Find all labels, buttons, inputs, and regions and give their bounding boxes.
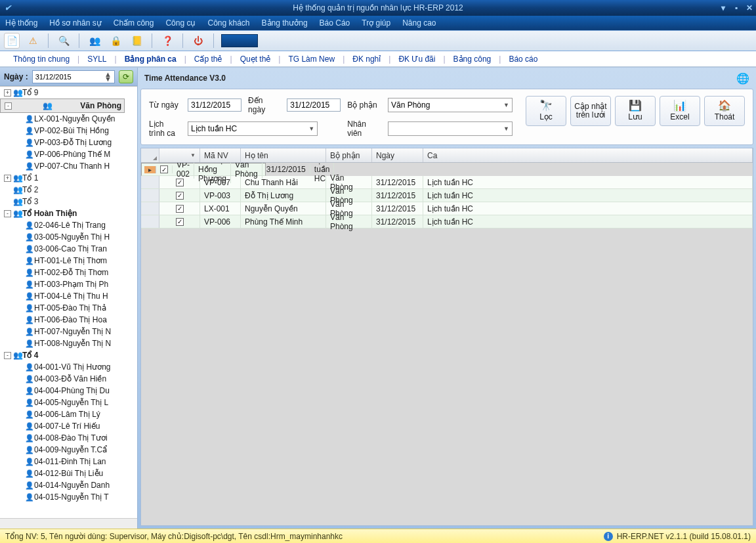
update-grid-button[interactable]: Cập nhậttrên lưới (570, 96, 611, 126)
date-input[interactable]: 31/12/2015 ▲▼ (32, 70, 115, 83)
tree-group[interactable]: +👥Tổ 1 (0, 172, 137, 184)
row-checkbox[interactable]: ✓ (176, 179, 184, 186)
menu-bảng-thưởng[interactable]: Bảng thưởng (262, 18, 308, 28)
table-row[interactable]: ✓VP-003Đỗ Thị LươngVăn Phòng31/12/2015Lị… (141, 189, 753, 202)
menu-công-cụ[interactable]: Công cụ (165, 18, 196, 28)
menu-chấm-công[interactable]: Chấm công (114, 18, 154, 28)
power-icon[interactable]: ⏻ (190, 33, 206, 49)
schedule-select[interactable]: Lịch tuần HC▼ (188, 121, 318, 136)
tree-group[interactable]: -👥Văn Phòng (0, 98, 125, 113)
tree-group[interactable]: -👥Tổ Hoàn Thiện (0, 207, 137, 219)
search-doc-icon[interactable]: 🔍 (56, 33, 72, 49)
data-grid[interactable]: ▼Mã NVHọ tênBộ phậnNgàyCa ✓VP-002Bùi Thị… (140, 148, 753, 526)
book-icon[interactable]: 📒 (129, 33, 144, 49)
tree-person[interactable]: 👤04-015-Nguyễn Thị T (0, 491, 137, 503)
menu-nâng-cao[interactable]: Nâng cao (402, 18, 436, 28)
col-header-3[interactable]: Họ tên (241, 148, 326, 162)
help-icon[interactable]: ❓ (159, 33, 175, 49)
tree-person[interactable]: 👤HT-004-Lê Thị Thu H (0, 290, 137, 302)
tab-6[interactable]: ĐK nghỉ (346, 52, 387, 66)
tree-group[interactable]: -👥Tổ 4 (0, 349, 137, 361)
menu-công-khách[interactable]: Công khách (207, 18, 249, 28)
users-icon[interactable]: 👥 (87, 33, 102, 49)
tab-8[interactable]: Bảng công (447, 52, 498, 66)
tab-0[interactable]: Thông tin chung (7, 52, 76, 66)
to-date-input[interactable]: 31/12/2015 (287, 98, 341, 112)
row-checkbox[interactable]: ✓ (176, 205, 184, 213)
col-header-1[interactable]: ▼ (159, 148, 200, 162)
row-checkbox[interactable]: ✓ (176, 218, 184, 226)
lock-icon[interactable]: 🔒 (108, 33, 123, 49)
spinner-icon[interactable]: ▲▼ (104, 72, 112, 81)
tree-person[interactable]: 👤04-004-Phùng Thị Du (0, 385, 137, 397)
col-header-0[interactable] (141, 148, 159, 162)
row-checkbox[interactable]: ✓ (176, 192, 184, 200)
excel-button[interactable]: 📊Excel (660, 96, 700, 126)
tree-group[interactable]: 👥Tổ 3 (0, 196, 137, 207)
row-checkbox[interactable]: ✓ (160, 165, 168, 173)
tree-person[interactable]: 👤04-014-Nguyễn Danh (0, 479, 137, 491)
tree-person[interactable]: 👤HT-003-Phạm Thị Ph (0, 278, 137, 290)
globe-icon[interactable]: 🌐 (736, 72, 749, 85)
tree-person[interactable]: 👤HT-001-Lê Thị Thơm (0, 255, 137, 267)
tree-person[interactable]: 👤HT-005-Đào Thị Thả (0, 302, 137, 314)
table-row[interactable]: ✓LX-001Nguyễn QuyềnVăn Phòng31/12/2015Lị… (141, 202, 753, 215)
tab-7[interactable]: ĐK Ưu đãi (392, 52, 442, 66)
table-row[interactable]: ✓VP-007Chu Thanh HảiVăn Phòng31/12/2015L… (141, 176, 753, 189)
tree-person[interactable]: 👤04-008-Đào Thị Tươi (0, 432, 137, 444)
refresh-button[interactable]: ⟳ (119, 70, 133, 83)
minimize-icon[interactable]: ▾ (717, 3, 730, 12)
tree-person[interactable]: 👤HT-007-Nguyễn Thị N (0, 326, 137, 337)
exit-button[interactable]: 🏠Thoát (704, 96, 745, 126)
col-header-6[interactable]: Ca (423, 148, 753, 162)
tree-person[interactable]: 👤03-006-Cao Thị Tran (0, 243, 137, 255)
tree-person[interactable]: 👤04-011-Đinh Thị Lan (0, 456, 137, 467)
tree-person[interactable]: 👤VP-006-Phùng Thế M (0, 148, 137, 160)
tree-person[interactable]: 👤04-006-Lâm Thị Lý (0, 408, 137, 420)
tab-5[interactable]: TG Làm New (282, 52, 341, 66)
tree-person[interactable]: 👤04-012-Bùi Thị Liễu (0, 467, 137, 479)
tree-person[interactable]: 👤04-001-Vũ Thị Hương (0, 361, 137, 373)
table-row[interactable]: ✓VP-002Bùi Thị Hồng PhượngVăn Phòng31/12… (141, 163, 266, 176)
org-tree[interactable]: +👥Tổ 9-👥Văn Phòng👤LX-001-Nguyễn Quyền👤VP… (0, 86, 137, 518)
from-date-input[interactable]: 31/12/2015 (188, 98, 242, 112)
toolbar-combo[interactable] (221, 34, 258, 47)
save-button[interactable]: 💾Lưu (615, 96, 656, 126)
tab-9[interactable]: Báo cáo (502, 52, 544, 66)
menu-hệ-thống[interactable]: Hệ thống (5, 18, 37, 28)
tree-person[interactable]: 👤VP-002-Bùi Thị Hồng (0, 125, 137, 137)
tree-person[interactable]: 👤03-005-Nguyễn Thị H (0, 231, 137, 243)
tree-person[interactable]: 👤HT-002-Đỗ Thị Thơm (0, 267, 137, 278)
tree-person[interactable]: 👤04-009-Nguyễn T.Cẩ (0, 444, 137, 456)
tree-person[interactable]: 👤HT-008-Nguyễn Thị N (0, 337, 137, 349)
menu-trợ-giúp[interactable]: Trợ giúp (362, 18, 390, 28)
tree-person[interactable]: 👤HT-006-Đào Thị Hoa (0, 314, 137, 326)
tree-group[interactable]: +👥Tổ 9 (0, 87, 137, 98)
tree-person[interactable]: 👤04-007-Lê Trí Hiếu (0, 420, 137, 432)
tree-person[interactable]: 👤VP-003-Đỗ Thị Lương (0, 137, 137, 148)
new-doc-icon[interactable]: 📄 (4, 33, 20, 49)
filter-button[interactable]: 🔭Lọc (526, 96, 566, 126)
warning-icon[interactable]: ⚠ (25, 33, 41, 49)
tab-3[interactable]: Cấp thẻ (188, 52, 229, 66)
tree-person[interactable]: 👤02-046-Lê Thị Trang (0, 219, 137, 231)
tree-person[interactable]: 👤VP-007-Chu Thanh H (0, 160, 137, 172)
tree-hscroll[interactable] (0, 518, 137, 529)
tree-person[interactable]: 👤04-005-Nguyễn Thị L (0, 397, 137, 408)
tab-4[interactable]: Quẹt thẻ (234, 52, 278, 66)
table-row[interactable]: ✓VP-006Phùng Thế MinhVăn Phòng31/12/2015… (141, 215, 753, 228)
col-header-4[interactable]: Bộ phận (326, 148, 372, 162)
emp-select[interactable]: ▼ (388, 121, 513, 136)
col-header-2[interactable]: Mã NV (200, 148, 241, 162)
menu-hồ-sơ-nhân-sự[interactable]: Hồ sơ nhân sự (49, 18, 101, 28)
maximize-icon[interactable]: ▪ (730, 3, 743, 12)
tab-2[interactable]: Bảng phân ca (118, 52, 183, 66)
dept-select[interactable]: Văn Phòng▼ (388, 98, 513, 112)
tree-group[interactable]: 👥Tổ 2 (0, 184, 137, 196)
close-icon[interactable]: ✕ (743, 3, 756, 12)
col-header-5[interactable]: Ngày (372, 148, 423, 162)
menu-báo-cáo[interactable]: Báo Cáo (320, 18, 350, 28)
tab-1[interactable]: SYLL (81, 52, 113, 66)
tree-person[interactable]: 👤04-003-Đỗ Văn Hiền (0, 373, 137, 385)
tree-person[interactable]: 👤LX-001-Nguyễn Quyền (0, 113, 137, 125)
